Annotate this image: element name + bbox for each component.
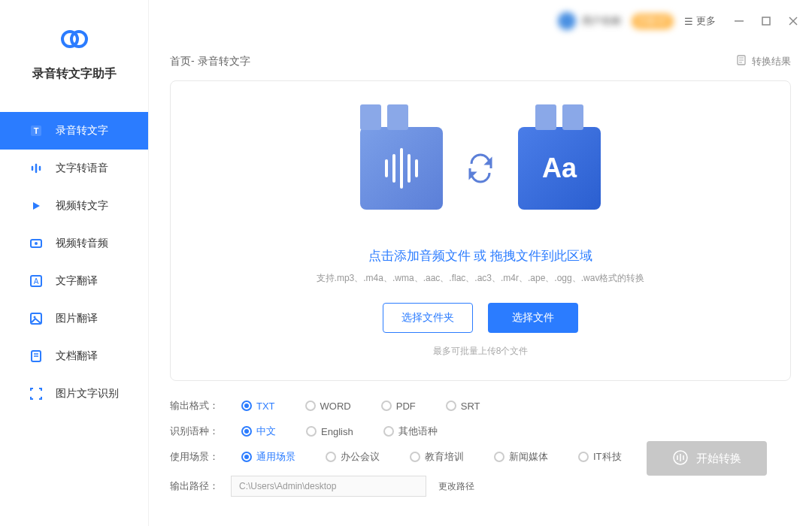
breadcrumb-row: 首页- 录音转文字 转换结果 — [170, 42, 791, 80]
radio-circle-icon — [446, 401, 456, 411]
convert-arrow-icon — [465, 153, 495, 183]
convert-icon — [672, 449, 689, 468]
svg-point-9 — [35, 242, 38, 245]
drop-formats: 支持.mp3、.m4a、.wma、.aac、.flac、.ac3、.m4r、.a… — [317, 272, 645, 285]
radio-label: TXT — [256, 401, 275, 412]
radio-label: 教育培训 — [425, 450, 464, 464]
doc-translate-icon — [27, 347, 45, 365]
settings-area: 输出格式： TXTWORDPDFSRT 识别语种： 中文English其他语种 … — [170, 381, 791, 497]
radio-label: 通用场景 — [256, 450, 295, 464]
radio-circle-icon — [381, 401, 392, 411]
radio-circle-icon — [305, 401, 316, 411]
breadcrumb: 首页- 录音转文字 — [170, 55, 250, 68]
format-row: 输出格式： TXTWORDPDFSRT — [170, 399, 791, 413]
radio-办公会议[interactable]: 办公会议 — [326, 450, 380, 464]
avatar-icon — [558, 12, 576, 30]
radio-中文[interactable]: 中文 — [241, 425, 276, 438]
radio-English[interactable]: English — [306, 425, 353, 438]
sidebar-item-6[interactable]: 文档翻译 — [0, 337, 148, 375]
sidebar-item-7[interactable]: 图片文字识别 — [0, 375, 148, 413]
aa-label: Aa — [542, 153, 577, 184]
app-logo-icon — [56, 21, 92, 57]
nav-item-label: 视频转文字 — [56, 199, 108, 213]
sidebar-item-4[interactable]: A文字翻译 — [0, 262, 148, 300]
radio-label: English — [321, 426, 353, 437]
sidebar: 录音转文字助手 T录音转文字文字转语音视频转文字视频转音频A文字翻译图片翻译文档… — [0, 0, 149, 526]
path-row: 输出路径： 更改路径 — [170, 476, 791, 497]
nav-item-label: 文字转语音 — [56, 162, 108, 175]
audio-box-icon — [360, 127, 443, 210]
vip-badge[interactable]: 开通VIP — [632, 14, 674, 29]
radio-SRT[interactable]: SRT — [446, 401, 480, 412]
sidebar-item-1[interactable]: 文字转语音 — [0, 150, 148, 187]
sidebar-item-5[interactable]: 图片翻译 — [0, 300, 148, 337]
logo-area: 录音转文字助手 — [32, 21, 117, 82]
radio-label: IT科技 — [593, 450, 622, 464]
radio-IT科技[interactable]: IT科技 — [578, 450, 622, 464]
more-label: 更多 — [696, 14, 716, 28]
svg-text:A: A — [34, 277, 39, 286]
radio-PDF[interactable]: PDF — [381, 401, 416, 412]
maximize-button[interactable] — [761, 16, 771, 26]
output-path-input[interactable] — [231, 476, 426, 497]
sidebar-item-0[interactable]: T录音转文字 — [0, 112, 148, 150]
result-link-label: 转换结果 — [752, 55, 791, 68]
app-name: 录音转文字助手 — [32, 66, 117, 82]
drop-title: 点击添加音频文件 或 拖拽文件到此区域 — [368, 247, 592, 265]
video-audio-icon — [27, 234, 45, 252]
nav-item-label: 文字翻译 — [56, 274, 98, 288]
document-icon — [735, 54, 747, 68]
radio-circle-icon — [241, 452, 252, 462]
language-row: 识别语种： 中文English其他语种 — [170, 425, 791, 438]
titlebar: 用户名称 开通VIP ☰ 更多 — [149, 0, 812, 42]
video-text-icon — [27, 197, 45, 215]
close-button[interactable] — [788, 16, 798, 26]
image-translate-icon — [27, 310, 45, 328]
svg-marker-7 — [33, 202, 40, 210]
language-radio-group: 中文English其他语种 — [241, 425, 438, 438]
sidebar-item-2[interactable]: 视频转文字 — [0, 187, 148, 225]
scene-label: 使用场景： — [170, 450, 219, 464]
radio-label: 中文 — [256, 425, 276, 438]
radio-通用场景[interactable]: 通用场景 — [241, 450, 295, 464]
result-link[interactable]: 转换结果 — [735, 54, 791, 68]
radio-label: 其他语种 — [398, 425, 438, 438]
radio-label: WORD — [320, 401, 351, 412]
radio-教育培训[interactable]: 教育培训 — [410, 450, 464, 464]
radio-label: 办公会议 — [341, 450, 380, 464]
start-convert-button[interactable]: 开始转换 — [647, 441, 767, 476]
radio-circle-icon — [494, 452, 504, 462]
text-box-icon: Aa — [518, 127, 601, 210]
radio-circle-icon — [410, 452, 420, 462]
ocr-icon — [27, 385, 45, 403]
more-button[interactable]: ☰ 更多 — [684, 14, 716, 28]
sidebar-item-3[interactable]: 视频转音频 — [0, 225, 148, 262]
path-label: 输出路径： — [170, 479, 219, 493]
select-file-button[interactable]: 选择文件 — [488, 303, 578, 333]
change-path-link[interactable]: 更改路径 — [438, 480, 474, 493]
start-button-label: 开始转换 — [696, 452, 741, 466]
text-icon: T — [27, 122, 45, 140]
nav-list: T录音转文字文字转语音视频转文字视频转音频A文字翻译图片翻译文档翻译图片文字识别 — [0, 112, 148, 413]
radio-其他语种[interactable]: 其他语种 — [383, 425, 438, 438]
svg-text:T: T — [34, 126, 39, 135]
nav-item-label: 视频转音频 — [56, 237, 108, 250]
svg-rect-18 — [762, 17, 770, 25]
radio-WORD[interactable]: WORD — [305, 401, 351, 412]
illustration: Aa — [360, 104, 601, 232]
format-radio-group: TXTWORDPDFSRT — [241, 401, 480, 412]
drop-panel[interactable]: Aa 点击添加音频文件 或 拖拽文件到此区域 支持.mp3、.m4a、.wma、… — [170, 80, 791, 381]
text-translate-icon: A — [27, 272, 45, 290]
radio-label: SRT — [461, 401, 480, 412]
minimize-button[interactable] — [734, 16, 744, 26]
scene-radio-group: 通用场景办公会议教育培训新闻媒体IT科技 — [241, 450, 622, 464]
radio-circle-icon — [326, 452, 336, 462]
radio-新闻媒体[interactable]: 新闻媒体 — [494, 450, 548, 464]
select-folder-button[interactable]: 选择文件夹 — [383, 303, 473, 333]
user-name: 用户名称 — [582, 14, 621, 28]
radio-circle-icon — [241, 426, 252, 437]
radio-label: PDF — [396, 401, 416, 412]
user-area[interactable]: 用户名称 — [558, 12, 621, 30]
drop-limit: 最多可批量上传8个文件 — [433, 345, 529, 358]
radio-TXT[interactable]: TXT — [241, 401, 275, 412]
